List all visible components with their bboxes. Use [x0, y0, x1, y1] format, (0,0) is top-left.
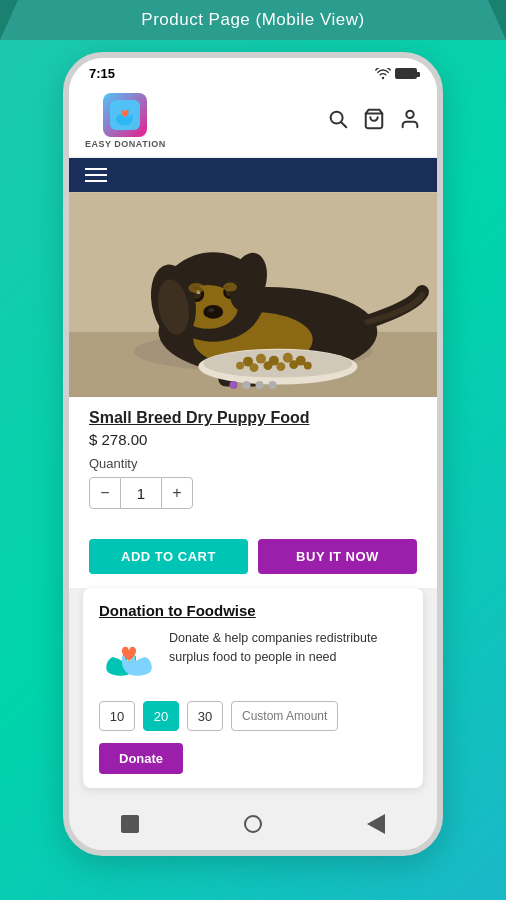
svg-point-23 — [188, 283, 204, 293]
bottom-nav — [69, 802, 437, 850]
amount-20-button[interactable]: 20 — [143, 701, 179, 731]
svg-point-30 — [256, 354, 266, 364]
donation-card: Donation to Foodwise Donate & help compa… — [83, 588, 423, 788]
donation-body: Donate & help companies redistribute sur… — [99, 629, 407, 689]
dot-1[interactable] — [230, 381, 238, 389]
donation-description: Donate & help companies redistribute sur… — [169, 629, 407, 667]
quantity-label: Quantity — [89, 456, 417, 471]
donation-amounts: 10 20 30 Custom Amount — [99, 701, 407, 731]
svg-point-4 — [406, 110, 413, 117]
status-icons — [375, 68, 417, 80]
svg-point-35 — [263, 361, 272, 370]
action-buttons: ADD TO CART BUY IT NOW — [69, 539, 437, 588]
product-image — [69, 192, 437, 397]
app-header: EASY DONATION — [69, 85, 437, 158]
square-icon — [121, 815, 139, 833]
dog-image-svg — [69, 192, 437, 397]
circle-icon — [244, 815, 262, 833]
status-bar: 7:15 — [69, 58, 437, 85]
dot-2[interactable] — [243, 381, 251, 389]
image-dots — [230, 381, 277, 389]
quantity-control: − 1 + — [89, 477, 417, 509]
svg-point-38 — [236, 362, 244, 370]
custom-amount-button[interactable]: Custom Amount — [231, 701, 338, 731]
logo-text: EASY DONATION — [85, 139, 166, 149]
amount-30-button[interactable]: 30 — [187, 701, 223, 731]
wifi-icon — [375, 68, 391, 80]
quantity-increase-button[interactable]: + — [161, 477, 193, 509]
svg-point-24 — [223, 283, 237, 292]
amount-30-label: 30 — [198, 709, 212, 724]
plus-icon: + — [172, 484, 181, 502]
logo-area: EASY DONATION — [85, 93, 166, 149]
time-display: 7:15 — [89, 66, 115, 81]
cart-icon[interactable] — [363, 108, 385, 135]
product-info: Small Breed Dry Puppy Food $ 278.00 Quan… — [69, 397, 437, 539]
product-price: $ 278.00 — [89, 431, 417, 448]
nav-square-button[interactable] — [121, 815, 139, 833]
user-icon[interactable] — [399, 108, 421, 135]
amount-10-label: 10 — [110, 709, 124, 724]
svg-point-34 — [250, 363, 259, 372]
amount-20-label: 20 — [154, 709, 168, 724]
svg-point-19 — [208, 308, 214, 312]
hamburger-line-1 — [85, 168, 107, 170]
triangle-icon — [367, 814, 385, 834]
logo-svg — [110, 100, 140, 130]
hamburger-line-3 — [85, 180, 107, 182]
svg-line-2 — [341, 122, 346, 127]
minus-icon: − — [100, 484, 109, 502]
add-to-cart-button[interactable]: ADD TO CART — [89, 539, 248, 574]
hamburger-menu[interactable] — [85, 168, 107, 182]
page-banner: Product Page (Mobile View) — [0, 0, 506, 40]
battery-icon — [395, 68, 417, 79]
dot-3[interactable] — [256, 381, 264, 389]
svg-point-37 — [289, 360, 298, 369]
quantity-value: 1 — [121, 477, 161, 509]
nav-circle-button[interactable] — [244, 815, 262, 833]
svg-point-36 — [276, 362, 285, 371]
svg-point-39 — [304, 362, 312, 370]
nav-bar[interactable] — [69, 158, 437, 192]
logo-icon — [103, 93, 147, 137]
search-icon[interactable] — [327, 108, 349, 135]
donation-logo — [99, 629, 159, 689]
donate-button[interactable]: Donate — [99, 743, 183, 774]
svg-point-18 — [203, 305, 223, 319]
quantity-decrease-button[interactable]: − — [89, 477, 121, 509]
dot-4[interactable] — [269, 381, 277, 389]
phone-frame: 7:15 — [63, 52, 443, 856]
amount-10-button[interactable]: 10 — [99, 701, 135, 731]
buy-now-button[interactable]: BUY IT NOW — [258, 539, 417, 574]
product-title: Small Breed Dry Puppy Food — [89, 409, 417, 427]
foodwise-logo — [99, 629, 159, 689]
hamburger-line-2 — [85, 174, 107, 176]
nav-back-button[interactable] — [367, 814, 385, 834]
donation-title: Donation to Foodwise — [99, 602, 407, 619]
header-icons — [327, 108, 421, 135]
banner-title: Product Page (Mobile View) — [141, 10, 364, 29]
product-image-area — [69, 192, 437, 397]
